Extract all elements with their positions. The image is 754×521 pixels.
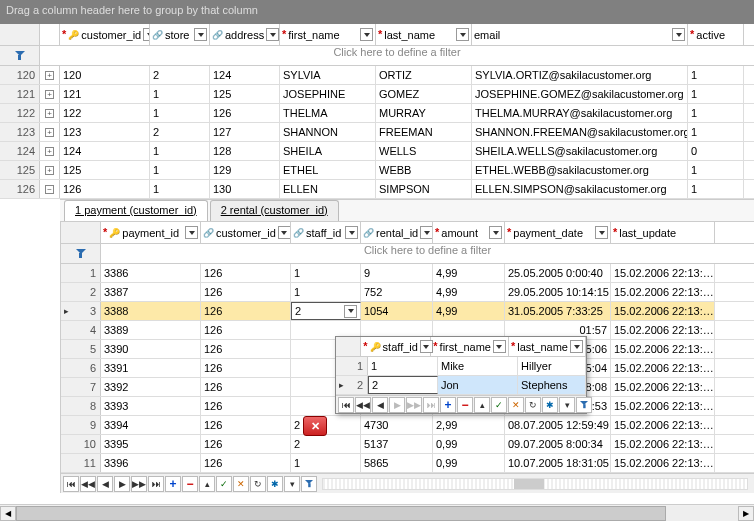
close-popup-button[interactable]: ✕ — [303, 416, 327, 436]
cell-address[interactable]: 128 — [210, 142, 280, 160]
col-active[interactable]: * active — [688, 24, 744, 45]
table-row[interactable]: 93394126247302,9908.07.2005 12:59:4915.0… — [61, 416, 754, 435]
nav-goto-bookmark[interactable]: ▾ — [284, 476, 300, 492]
table-row[interactable]: 124+1241128SHEILAWELLSSHEILA.WELLS@sakil… — [0, 142, 754, 161]
filter-dropdown-icon[interactable] — [278, 226, 291, 239]
nav-delete[interactable]: − — [182, 476, 198, 492]
cell-customer-id[interactable]: 126 — [201, 359, 291, 377]
nav-next-page[interactable]: ▶▶ — [406, 397, 422, 413]
cell-payment-id[interactable]: 3388 — [101, 302, 201, 320]
scroll-right-icon[interactable]: ▶ — [738, 506, 754, 521]
cell-customer-id[interactable]: 126 — [201, 454, 291, 472]
table-row[interactable]: 2338712617524,9929.05.2005 10:14:1515.02… — [61, 283, 754, 302]
table-row[interactable]: 125+1251129ETHELWEBBETHEL.WEBB@sakilacus… — [0, 161, 754, 180]
cell-email[interactable]: ETHEL.WEBB@sakilacustomer.org — [472, 161, 688, 179]
nav-delete[interactable]: − — [457, 397, 473, 413]
cell-store[interactable]: 2 — [150, 123, 210, 141]
filter-dropdown-icon[interactable] — [266, 28, 279, 41]
cell-last-update[interactable]: 15.02.2006 22:13:… — [611, 435, 715, 453]
cell-customer-id[interactable]: 126 — [201, 302, 291, 320]
filter-dropdown-icon[interactable] — [194, 28, 207, 41]
cell-payment-date[interactable]: 31.05.2005 7:33:25 — [505, 302, 611, 320]
cell-store[interactable]: 1 — [150, 142, 210, 160]
filter-dropdown-icon[interactable] — [143, 28, 150, 41]
cell-amount[interactable]: 0,99 — [433, 454, 505, 472]
cell-address[interactable]: 126 — [210, 104, 280, 122]
cell-rental-id[interactable]: 5865 — [361, 454, 433, 472]
cell-customer-id[interactable]: 126 — [201, 435, 291, 453]
cell-email[interactable]: THELMA.MURRAY@sakilacustomer.org — [472, 104, 688, 122]
filter-dropdown-icon[interactable] — [493, 340, 506, 353]
col-customer-id[interactable]: * 🔑 customer_id — [60, 24, 150, 45]
nav-prev[interactable]: ◀ — [372, 397, 388, 413]
cell-staff-id[interactable]: 1 — [368, 357, 438, 375]
cell-rental-id[interactable]: 9 — [361, 264, 433, 282]
popup-col-staff-id[interactable]: * 🔑 staff_id — [361, 337, 431, 356]
filter-dropdown-icon[interactable] — [345, 226, 358, 239]
cell-customer-id[interactable]: 120 — [60, 66, 150, 84]
cell-first-name[interactable]: SHEILA — [280, 142, 376, 160]
cell-last-name[interactable]: SIMPSON — [376, 180, 472, 198]
filter-dropdown-icon[interactable] — [360, 28, 373, 41]
cell-first-name[interactable]: JOSEPHINE — [280, 85, 376, 103]
cell-payment-date[interactable]: 08.07.2005 12:59:49 — [505, 416, 611, 434]
main-filter-row[interactable]: Click here to define a filter — [0, 46, 754, 66]
nav-scrollbar[interactable] — [322, 478, 748, 490]
col-store[interactable]: 🔗 store — [150, 24, 210, 45]
lookup-row[interactable]: 22JonStephens — [336, 376, 586, 395]
nav-last[interactable]: ⏭ — [423, 397, 439, 413]
cell-customer-id[interactable]: 126 — [201, 397, 291, 415]
cell-payment-id[interactable]: 3392 — [101, 378, 201, 396]
cell-payment-id[interactable]: 3394 — [101, 416, 201, 434]
cell-last-update[interactable]: 15.02.2006 22:13:… — [611, 283, 715, 301]
filter-dropdown-icon[interactable] — [456, 28, 469, 41]
col-amount[interactable]: * amount — [433, 222, 505, 243]
lookup-dropdown-icon[interactable] — [344, 305, 357, 318]
cell-staff-id[interactable]: 2 — [291, 435, 361, 453]
cell-active[interactable]: 1 — [688, 85, 744, 103]
cell-email[interactable]: JOSEPHINE.GOMEZ@sakilacustomer.org — [472, 85, 688, 103]
nav-post[interactable]: ✓ — [216, 476, 232, 492]
cell-address[interactable]: 129 — [210, 161, 280, 179]
cell-address[interactable]: 127 — [210, 123, 280, 141]
col-customer-id-sub[interactable]: 🔗 customer_id — [201, 222, 291, 243]
col-last-name[interactable]: * last_name — [376, 24, 472, 45]
nav-first[interactable]: ⏮ — [63, 476, 79, 492]
cell-customer-id[interactable]: 126 — [201, 283, 291, 301]
nav-refresh[interactable]: ↻ — [250, 476, 266, 492]
cell-payment-date[interactable]: 09.07.2005 8:00:34 — [505, 435, 611, 453]
nav-next[interactable]: ▶ — [114, 476, 130, 492]
filter-icon[interactable] — [75, 248, 87, 260]
filter-dropdown-icon[interactable] — [595, 226, 608, 239]
cell-payment-id[interactable]: 3389 — [101, 321, 201, 339]
cell-rental-id[interactable]: 4730 — [361, 416, 433, 434]
expander[interactable]: + — [40, 142, 60, 160]
filter-dropdown-icon[interactable] — [570, 340, 583, 353]
nav-edit[interactable]: ▴ — [199, 476, 215, 492]
cell-last-name[interactable]: FREEMAN — [376, 123, 472, 141]
horizontal-scrollbar[interactable]: ◀ ▶ — [0, 504, 754, 521]
cell-last-update[interactable]: 15.02.2006 22:13:… — [611, 302, 715, 320]
table-row[interactable]: 121+1211125JOSEPHINEGOMEZJOSEPHINE.GOMEZ… — [0, 85, 754, 104]
nav-insert[interactable]: + — [440, 397, 456, 413]
cell-last-name[interactable]: Stephens — [518, 376, 586, 394]
cell-last-update[interactable]: 15.02.2006 22:13:… — [611, 359, 715, 377]
cell-store[interactable]: 1 — [150, 161, 210, 179]
table-row[interactable]: 113396126158650,9910.07.2005 18:31:0515.… — [61, 454, 754, 473]
cell-customer-id[interactable]: 126 — [201, 378, 291, 396]
cell-payment-id[interactable]: 3391 — [101, 359, 201, 377]
cell-first-name[interactable]: SHANNON — [280, 123, 376, 141]
table-row[interactable]: 120+1202124SYLVIAORTIZSYLVIA.ORTIZ@sakil… — [0, 66, 754, 85]
cell-staff-id[interactable]: 1 — [291, 283, 361, 301]
cell-active[interactable]: 0 — [688, 142, 744, 160]
cell-first-name[interactable]: Mike — [438, 357, 518, 375]
tab-payment[interactable]: 1 payment (customer_id) — [64, 200, 208, 221]
nav-prev-page[interactable]: ◀◀ — [80, 476, 96, 492]
cell-payment-date[interactable]: 29.05.2005 10:14:15 — [505, 283, 611, 301]
table-row[interactable]: 13386126194,9925.05.2005 0:00:4015.02.20… — [61, 264, 754, 283]
cell-last-update[interactable]: 15.02.2006 22:13:… — [611, 397, 715, 415]
cell-store[interactable]: 1 — [150, 85, 210, 103]
expander[interactable]: + — [40, 104, 60, 122]
nav-cancel[interactable]: ✕ — [233, 476, 249, 492]
cell-payment-id[interactable]: 3395 — [101, 435, 201, 453]
